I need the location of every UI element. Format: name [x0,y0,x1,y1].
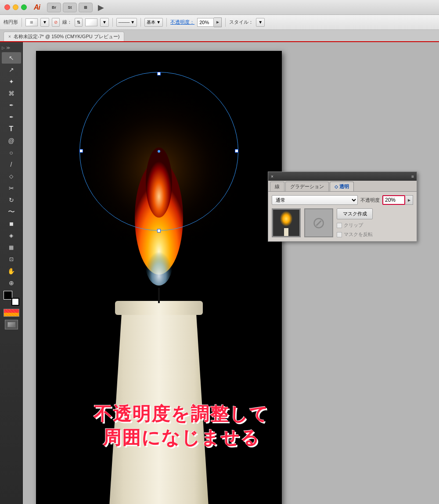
mask-section: ⊘ マスク作成 クリップ マスクを反転 [272,208,413,238]
selection-tool-btn[interactable]: ↖ [2,52,21,64]
opacity-stepper-panel[interactable]: ▶ [405,195,413,205]
svg-point-6 [146,147,172,218]
no-symbol-icon: ⊘ [312,215,325,231]
width-select[interactable]: ──── ▼ [116,18,137,27]
opacity-increment-header[interactable]: ▶ [214,18,222,27]
bridge-icon-btn[interactable]: Br [47,3,61,12]
type-tool-btn[interactable]: T [2,123,21,135]
traffic-lights [4,4,27,10]
stroke-arrows-btn[interactable]: ⇅ [75,18,83,27]
mask-thumbnail-box[interactable]: ⊘ [304,208,333,237]
stroke-label: 線： [62,19,72,25]
spiral-tool-btn[interactable]: @ [2,135,21,147]
toolbar: ▷ ≫ ↖ ↗ ✦ ⌘ ✒ ✒ T @ ○ / ◇ ✂ ↻ 〜 ◼ ◈ ▦ ⊡ … [0,42,23,504]
toolbar-panel-header: ▷ ≫ [0,44,22,52]
panel-titlebar: × ≡ [268,172,417,181]
stroke-tool-btn[interactable]: ⊘ [52,18,60,27]
slice-tool-btn[interactable]: ⊡ [2,254,21,265]
hand-tool-btn[interactable]: ✋ [2,265,21,277]
invert-mask-checkbox-row: マスクを反転 [337,231,373,238]
style-dropdown[interactable]: ▼ [256,18,265,27]
paintbrush-tool-btn[interactable]: / [2,159,21,170]
shape-label: 楕円形 [4,19,18,25]
layout-icon-btn[interactable]: ⊞ [79,3,93,12]
svg-point-9 [278,211,294,230]
japanese-text-overlay: 不透明度を調整して 周囲になじませる [94,402,269,450]
sel-handle-right[interactable] [235,149,238,153]
sel-handle-top[interactable] [157,72,161,75]
app-title: Ai [34,4,40,11]
stroke-color-box[interactable] [85,18,97,26]
sel-center [158,150,160,153]
rotate-tool-btn[interactable]: ↻ [2,194,21,206]
color-swatches [2,291,21,307]
clip-checkbox[interactable] [337,223,342,228]
artboard-btn[interactable] [2,319,21,330]
tab-transparency[interactable]: ◇ 透明 [330,182,354,191]
separator-1 [22,18,22,27]
jp-text-line1: 不透明度を調整して [94,402,269,426]
opacity-input-header[interactable] [197,18,214,27]
opacity-label-panel: 不透明度 [360,197,380,204]
direct-selection-tool-btn[interactable]: ↗ [2,64,21,75]
sel-handle-bottom[interactable] [157,229,161,232]
document-tab[interactable]: × 名称未設定-7* @ 150% (CMYK/GPU プレビュー) [4,32,124,41]
blend-mode-select[interactable]: 通常 [272,195,358,205]
separator-2 [112,18,113,27]
fill-swatch[interactable] [4,291,12,300]
close-button[interactable] [4,4,10,10]
gradient-tool-btn[interactable]: ◼ [2,218,21,229]
opacity-label-header: 不透明度： [170,19,194,25]
sel-handle-left[interactable] [79,149,83,153]
tab-close-icon[interactable]: × [8,34,11,39]
options-bar: 楕円形 ▦ ▼ ⊘ 線： ⇅ ▼ ──── ▼ 基本 ▼ 不透明度： ▶ スタイ… [0,15,439,30]
ellipse-tool-btn[interactable]: ○ [2,147,21,158]
stroke-dropdown[interactable]: ▼ [100,18,109,27]
clip-label: クリップ [344,222,363,229]
baseline-dropdown[interactable]: 基本 ▼ [144,18,163,27]
minimize-button[interactable] [13,4,18,10]
lasso-tool-btn[interactable]: ⌘ [2,88,21,99]
fill-dropdown[interactable]: ▼ [40,18,49,27]
jp-text-line2: 周囲になじませる [94,426,269,450]
titlebar: Ai Br St ⊞ ▶ [0,0,439,15]
mask-controls: マスク作成 クリップ マスクを反転 [337,208,373,238]
main-area: ▷ ≫ ↖ ↗ ✦ ⌘ ✒ ✒ T @ ○ / ◇ ✂ ↻ 〜 ◼ ◈ ▦ ⊡ … [0,42,439,504]
stock-icon-btn[interactable]: St [63,3,77,12]
stroke-swatch[interactable] [11,298,19,306]
panel-tabs: 線 グラデーション ◇ 透明 [268,181,417,192]
create-mask-button[interactable]: マスク作成 [337,208,373,219]
wand-tool-btn[interactable]: ✦ [2,76,21,87]
transparency-panel: × ≡ 線 グラデーション ◇ 透明 通常 不透明度 ▶ [268,172,417,242]
invert-mask-label: マスクを反転 [344,231,373,238]
style-label: スタイル： [229,19,253,25]
panel-close-icon[interactable]: × [271,174,273,179]
separator-4 [166,18,167,27]
panel-expand-icon[interactable]: ≡ [411,174,414,179]
chart-tool-btn[interactable]: ▦ [2,242,21,253]
fill-color-box[interactable]: ▦ [25,18,38,26]
thumbnail-box[interactable] [272,208,301,237]
send-icon[interactable]: ▶ [96,2,106,13]
artboard: 不透明度を調整して 周囲になじませる [36,51,282,504]
scissors-tool-btn[interactable]: ✂ [2,182,21,194]
svg-rect-10 [284,228,288,236]
opacity-input-panel[interactable] [382,195,405,205]
eraser-tool-btn[interactable]: ◇ [2,171,21,182]
pen-tool-btn[interactable]: ✒ [2,100,21,111]
tab-gradient[interactable]: グラデーション [285,182,329,191]
tab-bar: × 名称未設定-7* @ 150% (CMYK/GPU プレビュー) [0,30,439,42]
swap-color-btn[interactable] [2,307,21,318]
tab-title: 名称未設定-7* @ 150% (CMYK/GPU プレビュー) [14,33,120,40]
warp-tool-btn[interactable]: 〜 [2,206,21,218]
canvas-area: 不透明度を調整して 周囲になじませる × ≡ 線 グラデーション [23,42,439,504]
maximize-button[interactable] [21,4,27,10]
pen2-tool-btn[interactable]: ✒ [2,111,21,123]
zoom-tool-btn[interactable]: ⊕ [2,277,21,289]
separator-5 [225,18,226,27]
tab-stroke[interactable]: 線 [270,182,284,191]
clip-checkbox-row: クリップ [337,222,373,229]
invert-mask-checkbox[interactable] [337,232,342,237]
panel-body: 通常 不透明度 ▶ [268,192,417,241]
blend-tool-btn[interactable]: ◈ [2,230,21,241]
